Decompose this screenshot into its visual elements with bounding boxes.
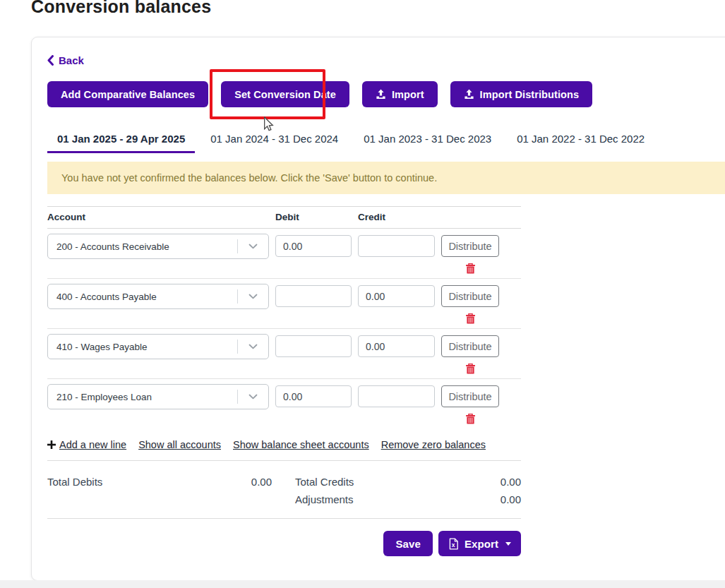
- page-bottom-strip: [0, 580, 725, 588]
- delete-row-button[interactable]: [465, 362, 477, 376]
- adjustments: Adjustments 0.00: [295, 493, 521, 505]
- plus-icon: [47, 440, 56, 449]
- account-select-value: 200 - Accounts Receivable: [48, 241, 237, 252]
- actions-row: Save x Export: [47, 531, 521, 556]
- account-select[interactable]: 200 - Accounts Receivable: [47, 234, 269, 259]
- table-row: 410 - Wages Payable Distribute: [47, 329, 521, 379]
- account-select[interactable]: 410 - Wages Payable: [47, 334, 269, 359]
- credit-input[interactable]: [358, 385, 435, 407]
- remove-zero-balances-link[interactable]: Remove zero balances: [381, 439, 486, 450]
- adjustments-label: Adjustments: [295, 493, 354, 505]
- distribute-button[interactable]: Distribute: [441, 235, 499, 257]
- unsaved-warning-banner: You have not yet confirmed the balances …: [47, 162, 725, 194]
- total-debits-label: Total Debits: [47, 476, 102, 505]
- debit-input[interactable]: [275, 335, 352, 357]
- chevron-down-icon: [237, 390, 268, 404]
- svg-text:x: x: [452, 541, 455, 548]
- set-conversion-date-button[interactable]: Set Conversion Date: [221, 81, 349, 107]
- chevron-down-icon: [237, 239, 268, 253]
- tab-period-2024[interactable]: 01 Jan 2024 - 31 Dec 2024: [200, 126, 348, 153]
- back-label: Back: [59, 54, 84, 66]
- save-button[interactable]: Save: [383, 531, 432, 556]
- delete-row-button[interactable]: [465, 262, 477, 275]
- distribute-button[interactable]: Distribute: [441, 335, 499, 357]
- debit-input[interactable]: [275, 285, 352, 307]
- trash-icon: [466, 316, 475, 326]
- page-title: Conversion balances: [31, 0, 211, 17]
- upload-icon: [464, 89, 474, 100]
- export-label: Export: [465, 538, 498, 550]
- table-row: 200 - Accounts Receivable Distribute: [47, 229, 521, 279]
- debit-column-header: Debit: [275, 212, 352, 222]
- tab-period-2022[interactable]: 01 Jan 2022 - 31 Dec 2022: [507, 126, 654, 153]
- credit-column-header: Credit: [358, 212, 435, 222]
- trash-icon: [466, 366, 475, 376]
- add-comparative-balances-label: Add Comparative Balances: [61, 89, 195, 100]
- table-header: Account Debit Credit: [47, 206, 521, 229]
- adjustments-value: 0.00: [501, 493, 521, 505]
- show-all-accounts-link[interactable]: Show all accounts: [138, 439, 221, 450]
- import-button[interactable]: Import: [362, 81, 438, 107]
- show-balance-sheet-accounts-link[interactable]: Show balance sheet accounts: [233, 439, 369, 450]
- account-select-value: 400 - Accounts Payable: [48, 292, 237, 302]
- trash-icon: [466, 265, 475, 276]
- import-distributions-button[interactable]: Import Distributions: [450, 81, 593, 107]
- total-debits-value: 0.00: [251, 476, 272, 505]
- add-comparative-balances-button[interactable]: Add Comparative Balances: [47, 81, 208, 107]
- credit-input[interactable]: [358, 285, 435, 307]
- table-row: 400 - Accounts Payable Distribute: [47, 279, 521, 329]
- add-new-line-label: Add a new line: [59, 439, 126, 450]
- back-chevron-icon: [47, 55, 54, 66]
- delete-row-button[interactable]: [465, 412, 477, 426]
- tab-period-2023[interactable]: 01 Jan 2023 - 31 Dec 2023: [354, 126, 501, 153]
- distribute-button[interactable]: Distribute: [441, 285, 499, 307]
- account-select-value: 210 - Employees Loan: [48, 392, 237, 402]
- save-label: Save: [395, 538, 420, 550]
- total-credits: Total Credits 0.00: [295, 476, 521, 488]
- account-column-header: Account: [47, 212, 269, 222]
- chevron-down-icon: [237, 289, 268, 304]
- debit-input[interactable]: [275, 235, 352, 257]
- toolbar: Add Comparative Balances Set Conversion …: [47, 81, 725, 107]
- conversion-balances-card: Back Add Comparative Balances Set Conver…: [31, 37, 725, 581]
- back-link[interactable]: Back: [47, 54, 84, 66]
- set-conversion-date-label: Set Conversion Date: [234, 89, 336, 100]
- credit-input[interactable]: [358, 335, 435, 357]
- table-links-row: Add a new line Show all accounts Show ba…: [47, 439, 521, 450]
- debit-input[interactable]: [275, 385, 352, 407]
- account-select[interactable]: 210 - Employees Loan: [47, 384, 269, 409]
- totals-section: Total Debits 0.00 Total Credits 0.00 Adj…: [47, 461, 521, 518]
- upload-icon: [376, 89, 386, 100]
- total-debits: Total Debits 0.00: [47, 476, 272, 505]
- chevron-down-icon: [237, 340, 268, 354]
- tab-period-current[interactable]: 01 Jan 2025 - 29 Apr 2025: [47, 126, 195, 153]
- total-credits-label: Total Credits: [295, 476, 354, 488]
- caret-down-icon: [505, 542, 511, 546]
- balances-table: Account Debit Credit 200 - Accounts Rece…: [47, 206, 521, 428]
- totals-bottom-divider: [47, 518, 521, 519]
- total-credits-value: 0.00: [501, 476, 521, 488]
- delete-row-button[interactable]: [465, 312, 477, 325]
- actions-column-header: [441, 212, 499, 222]
- account-select-value: 410 - Wages Payable: [48, 342, 237, 352]
- credit-input[interactable]: [358, 235, 435, 257]
- trash-icon: [466, 416, 475, 426]
- account-select[interactable]: 400 - Accounts Payable: [47, 284, 269, 309]
- add-new-line-link[interactable]: Add a new line: [47, 439, 126, 450]
- import-label: Import: [392, 89, 424, 100]
- excel-file-icon: x: [448, 538, 459, 550]
- export-button[interactable]: x Export: [438, 531, 521, 556]
- warning-message: You have not yet confirmed the balances …: [61, 172, 437, 184]
- period-tabs: 01 Jan 2025 - 29 Apr 2025 01 Jan 2024 - …: [47, 126, 725, 153]
- table-row: 210 - Employees Loan Distribute: [47, 379, 521, 428]
- import-distributions-label: Import Distributions: [480, 89, 580, 100]
- distribute-button[interactable]: Distribute: [441, 385, 499, 407]
